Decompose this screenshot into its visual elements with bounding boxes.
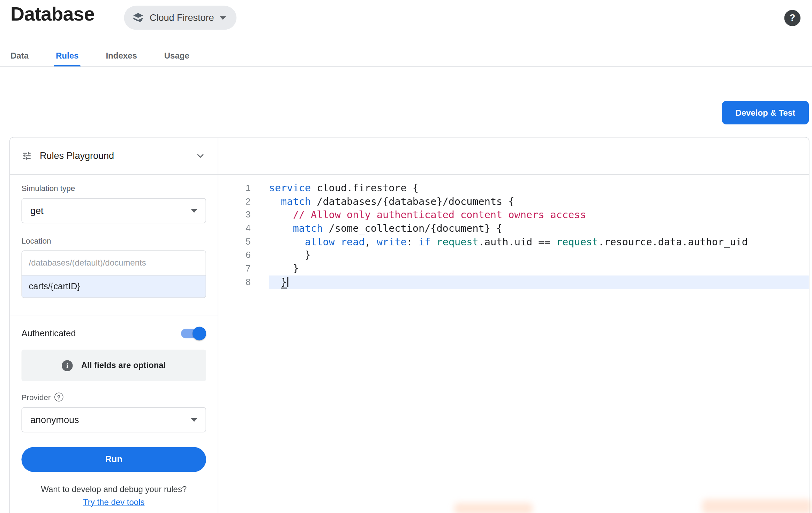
- location-field-group: carts/{cartID}: [22, 251, 206, 298]
- tune-icon: [22, 151, 32, 161]
- editor-code[interactable]: service cloud.firestore { match /databas…: [266, 182, 809, 513]
- line-number: 6: [218, 248, 251, 262]
- line-number: 4: [218, 222, 251, 235]
- rules-editor: 12345678 service cloud.firestore { match…: [218, 138, 809, 513]
- tab-rules[interactable]: Rules: [54, 45, 81, 67]
- code-line[interactable]: }: [269, 275, 809, 289]
- location-path-value[interactable]: carts/{cartID}: [22, 275, 206, 298]
- provider-select[interactable]: anonymous: [22, 407, 206, 432]
- rules-playground-sidebar: Rules Playground Simulation type get Loc…: [10, 138, 218, 513]
- code-line[interactable]: // Allow only authenticated content owne…: [269, 208, 809, 222]
- provider-value: anonymous: [30, 414, 79, 426]
- editor-gutter: 12345678: [218, 182, 266, 513]
- provider-help-icon[interactable]: ?: [54, 393, 63, 402]
- rules-playground-header[interactable]: Rules Playground: [10, 138, 218, 175]
- question-icon: ?: [790, 13, 796, 24]
- code-line[interactable]: }: [269, 248, 809, 262]
- simulation-type-select[interactable]: get: [22, 198, 206, 223]
- code-line[interactable]: allow read, write: if request.auth.uid =…: [269, 235, 809, 249]
- chevron-down-icon: [191, 209, 197, 213]
- tab-usage[interactable]: Usage: [162, 45, 191, 67]
- location-label: Location: [22, 236, 206, 245]
- line-number: 3: [218, 208, 251, 222]
- authenticated-toggle[interactable]: [180, 327, 206, 340]
- rules-playground-title: Rules Playground: [40, 150, 187, 161]
- authenticated-row: Authenticated: [22, 327, 206, 340]
- authenticated-label: Authenticated: [22, 328, 76, 339]
- line-number: 7: [218, 262, 251, 276]
- firestore-icon: [133, 12, 144, 24]
- dev-tools-link[interactable]: Try the dev tools: [83, 498, 145, 507]
- tab-data[interactable]: Data: [8, 45, 31, 67]
- firestore-rules-page: Database Cloud Firestore ? Data Rules In…: [0, 0, 812, 513]
- code-line[interactable]: match /some_collection/{document} {: [269, 222, 809, 235]
- artifact-smudge: [454, 503, 533, 513]
- code-line[interactable]: match /databases/{database}/documents {: [269, 195, 809, 208]
- info-icon: i: [62, 360, 73, 371]
- line-number: 1: [218, 182, 251, 195]
- toggle-knob: [193, 327, 206, 340]
- tab-bar: Data Rules Indexes Usage: [0, 45, 812, 67]
- provider-label-row: Provider ?: [22, 393, 206, 402]
- location-input[interactable]: [22, 251, 206, 276]
- line-number: 8: [218, 275, 251, 289]
- rules-playground-body: Simulation type get Location carts/{cart…: [10, 184, 218, 507]
- help-button[interactable]: ?: [784, 10, 801, 26]
- line-number: 2: [218, 195, 251, 208]
- tab-indexes[interactable]: Indexes: [104, 45, 139, 67]
- code-line[interactable]: }: [269, 262, 809, 276]
- chevron-down-icon: [220, 16, 226, 20]
- info-banner: i All fields are optional: [22, 350, 206, 381]
- info-banner-text: All fields are optional: [81, 361, 166, 370]
- run-button[interactable]: Run: [22, 447, 206, 472]
- chevron-down-icon: [191, 418, 197, 422]
- product-selector-label: Cloud Firestore: [150, 12, 214, 23]
- code-line[interactable]: service cloud.firestore {: [269, 182, 809, 195]
- line-number: 5: [218, 235, 251, 249]
- provider-label: Provider: [22, 393, 51, 402]
- section-divider: [10, 315, 218, 315]
- collapse-chevron-icon: [195, 150, 206, 162]
- database-product-selector[interactable]: Cloud Firestore: [124, 6, 237, 30]
- text-cursor: [287, 277, 288, 287]
- dev-tools-prompt: Want to develop and debug your rules?: [22, 485, 206, 494]
- develop-test-button[interactable]: Develop & Test: [722, 101, 809, 125]
- simulation-type-value: get: [30, 205, 44, 216]
- editor-body[interactable]: 12345678 service cloud.firestore { match…: [218, 175, 809, 513]
- rules-panel: Rules Playground Simulation type get Loc…: [9, 137, 810, 513]
- simulation-type-label: Simulation type: [22, 184, 206, 193]
- artifact-smudge: [702, 499, 812, 513]
- editor-toolbar: [218, 138, 809, 175]
- page-title: Database: [10, 3, 95, 25]
